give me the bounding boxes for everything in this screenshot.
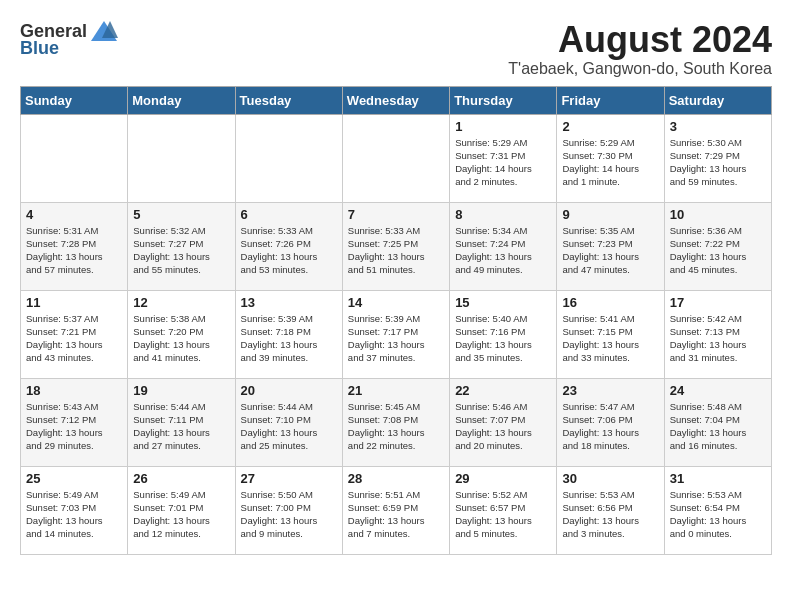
day-info-14: Sunrise: 5:39 AM Sunset: 7:17 PM Dayligh…	[348, 312, 444, 365]
logo-blue-text: Blue	[20, 38, 59, 59]
day-info-2: Sunrise: 5:29 AM Sunset: 7:30 PM Dayligh…	[562, 136, 658, 189]
calendar-week-5: 25Sunrise: 5:49 AM Sunset: 7:03 PM Dayli…	[21, 466, 772, 554]
day-info-26: Sunrise: 5:49 AM Sunset: 7:01 PM Dayligh…	[133, 488, 229, 541]
day-number-21: 21	[348, 383, 444, 398]
calendar-cell-w5-d2: 26Sunrise: 5:49 AM Sunset: 7:01 PM Dayli…	[128, 466, 235, 554]
day-info-21: Sunrise: 5:45 AM Sunset: 7:08 PM Dayligh…	[348, 400, 444, 453]
calendar-cell-w1-d2	[128, 114, 235, 202]
calendar-cell-w3-d7: 17Sunrise: 5:42 AM Sunset: 7:13 PM Dayli…	[664, 290, 771, 378]
day-number-23: 23	[562, 383, 658, 398]
calendar-cell-w3-d2: 12Sunrise: 5:38 AM Sunset: 7:20 PM Dayli…	[128, 290, 235, 378]
day-info-20: Sunrise: 5:44 AM Sunset: 7:10 PM Dayligh…	[241, 400, 337, 453]
weekday-header-row: SundayMondayTuesdayWednesdayThursdayFrid…	[21, 86, 772, 114]
calendar-cell-w5-d4: 28Sunrise: 5:51 AM Sunset: 6:59 PM Dayli…	[342, 466, 449, 554]
calendar-cell-w4-d2: 19Sunrise: 5:44 AM Sunset: 7:11 PM Dayli…	[128, 378, 235, 466]
day-info-19: Sunrise: 5:44 AM Sunset: 7:11 PM Dayligh…	[133, 400, 229, 453]
weekday-header-monday: Monday	[128, 86, 235, 114]
calendar-cell-w1-d3	[235, 114, 342, 202]
calendar-cell-w3-d3: 13Sunrise: 5:39 AM Sunset: 7:18 PM Dayli…	[235, 290, 342, 378]
calendar-cell-w2-d2: 5Sunrise: 5:32 AM Sunset: 7:27 PM Daylig…	[128, 202, 235, 290]
day-info-17: Sunrise: 5:42 AM Sunset: 7:13 PM Dayligh…	[670, 312, 766, 365]
calendar-cell-w3-d1: 11Sunrise: 5:37 AM Sunset: 7:21 PM Dayli…	[21, 290, 128, 378]
calendar-cell-w4-d4: 21Sunrise: 5:45 AM Sunset: 7:08 PM Dayli…	[342, 378, 449, 466]
calendar-cell-w1-d7: 3Sunrise: 5:30 AM Sunset: 7:29 PM Daylig…	[664, 114, 771, 202]
day-info-1: Sunrise: 5:29 AM Sunset: 7:31 PM Dayligh…	[455, 136, 551, 189]
day-number-30: 30	[562, 471, 658, 486]
calendar-cell-w1-d1	[21, 114, 128, 202]
day-info-27: Sunrise: 5:50 AM Sunset: 7:00 PM Dayligh…	[241, 488, 337, 541]
logo-icon	[90, 20, 118, 42]
day-info-30: Sunrise: 5:53 AM Sunset: 6:56 PM Dayligh…	[562, 488, 658, 541]
day-number-13: 13	[241, 295, 337, 310]
weekday-header-saturday: Saturday	[664, 86, 771, 114]
day-number-12: 12	[133, 295, 229, 310]
day-number-17: 17	[670, 295, 766, 310]
day-info-5: Sunrise: 5:32 AM Sunset: 7:27 PM Dayligh…	[133, 224, 229, 277]
weekday-header-tuesday: Tuesday	[235, 86, 342, 114]
logo: General Blue	[20, 20, 118, 59]
day-number-20: 20	[241, 383, 337, 398]
location-subtitle: T'aebaek, Gangwon-do, South Korea	[508, 60, 772, 78]
weekday-header-sunday: Sunday	[21, 86, 128, 114]
calendar-cell-w5-d3: 27Sunrise: 5:50 AM Sunset: 7:00 PM Dayli…	[235, 466, 342, 554]
calendar-cell-w4-d3: 20Sunrise: 5:44 AM Sunset: 7:10 PM Dayli…	[235, 378, 342, 466]
day-info-13: Sunrise: 5:39 AM Sunset: 7:18 PM Dayligh…	[241, 312, 337, 365]
calendar-cell-w5-d1: 25Sunrise: 5:49 AM Sunset: 7:03 PM Dayli…	[21, 466, 128, 554]
calendar-cell-w1-d6: 2Sunrise: 5:29 AM Sunset: 7:30 PM Daylig…	[557, 114, 664, 202]
day-number-8: 8	[455, 207, 551, 222]
day-info-16: Sunrise: 5:41 AM Sunset: 7:15 PM Dayligh…	[562, 312, 658, 365]
calendar-week-2: 4Sunrise: 5:31 AM Sunset: 7:28 PM Daylig…	[21, 202, 772, 290]
day-info-31: Sunrise: 5:53 AM Sunset: 6:54 PM Dayligh…	[670, 488, 766, 541]
day-info-6: Sunrise: 5:33 AM Sunset: 7:26 PM Dayligh…	[241, 224, 337, 277]
day-number-3: 3	[670, 119, 766, 134]
day-number-4: 4	[26, 207, 122, 222]
day-info-28: Sunrise: 5:51 AM Sunset: 6:59 PM Dayligh…	[348, 488, 444, 541]
calendar-header: SundayMondayTuesdayWednesdayThursdayFrid…	[21, 86, 772, 114]
day-number-7: 7	[348, 207, 444, 222]
weekday-header-thursday: Thursday	[450, 86, 557, 114]
day-number-10: 10	[670, 207, 766, 222]
day-number-22: 22	[455, 383, 551, 398]
day-number-19: 19	[133, 383, 229, 398]
day-number-11: 11	[26, 295, 122, 310]
calendar-cell-w3-d6: 16Sunrise: 5:41 AM Sunset: 7:15 PM Dayli…	[557, 290, 664, 378]
day-info-12: Sunrise: 5:38 AM Sunset: 7:20 PM Dayligh…	[133, 312, 229, 365]
day-number-18: 18	[26, 383, 122, 398]
calendar-cell-w2-d5: 8Sunrise: 5:34 AM Sunset: 7:24 PM Daylig…	[450, 202, 557, 290]
day-number-15: 15	[455, 295, 551, 310]
day-number-16: 16	[562, 295, 658, 310]
day-info-23: Sunrise: 5:47 AM Sunset: 7:06 PM Dayligh…	[562, 400, 658, 453]
day-number-24: 24	[670, 383, 766, 398]
day-number-6: 6	[241, 207, 337, 222]
day-info-10: Sunrise: 5:36 AM Sunset: 7:22 PM Dayligh…	[670, 224, 766, 277]
calendar-cell-w2-d6: 9Sunrise: 5:35 AM Sunset: 7:23 PM Daylig…	[557, 202, 664, 290]
calendar-cell-w1-d5: 1Sunrise: 5:29 AM Sunset: 7:31 PM Daylig…	[450, 114, 557, 202]
calendar-week-4: 18Sunrise: 5:43 AM Sunset: 7:12 PM Dayli…	[21, 378, 772, 466]
calendar-cell-w2-d3: 6Sunrise: 5:33 AM Sunset: 7:26 PM Daylig…	[235, 202, 342, 290]
day-number-25: 25	[26, 471, 122, 486]
day-number-29: 29	[455, 471, 551, 486]
day-number-27: 27	[241, 471, 337, 486]
day-info-3: Sunrise: 5:30 AM Sunset: 7:29 PM Dayligh…	[670, 136, 766, 189]
calendar-cell-w5-d7: 31Sunrise: 5:53 AM Sunset: 6:54 PM Dayli…	[664, 466, 771, 554]
day-info-29: Sunrise: 5:52 AM Sunset: 6:57 PM Dayligh…	[455, 488, 551, 541]
day-number-9: 9	[562, 207, 658, 222]
calendar-cell-w4-d7: 24Sunrise: 5:48 AM Sunset: 7:04 PM Dayli…	[664, 378, 771, 466]
day-number-28: 28	[348, 471, 444, 486]
calendar-cell-w4-d1: 18Sunrise: 5:43 AM Sunset: 7:12 PM Dayli…	[21, 378, 128, 466]
day-number-2: 2	[562, 119, 658, 134]
day-number-31: 31	[670, 471, 766, 486]
day-info-7: Sunrise: 5:33 AM Sunset: 7:25 PM Dayligh…	[348, 224, 444, 277]
calendar-cell-w5-d6: 30Sunrise: 5:53 AM Sunset: 6:56 PM Dayli…	[557, 466, 664, 554]
calendar-cell-w5-d5: 29Sunrise: 5:52 AM Sunset: 6:57 PM Dayli…	[450, 466, 557, 554]
weekday-header-friday: Friday	[557, 86, 664, 114]
calendar-cell-w3-d5: 15Sunrise: 5:40 AM Sunset: 7:16 PM Dayli…	[450, 290, 557, 378]
day-number-5: 5	[133, 207, 229, 222]
day-number-14: 14	[348, 295, 444, 310]
calendar-cell-w1-d4	[342, 114, 449, 202]
day-info-4: Sunrise: 5:31 AM Sunset: 7:28 PM Dayligh…	[26, 224, 122, 277]
calendar-cell-w4-d6: 23Sunrise: 5:47 AM Sunset: 7:06 PM Dayli…	[557, 378, 664, 466]
day-info-11: Sunrise: 5:37 AM Sunset: 7:21 PM Dayligh…	[26, 312, 122, 365]
calendar-title-area: August 2024 T'aebaek, Gangwon-do, South …	[508, 20, 772, 78]
day-info-22: Sunrise: 5:46 AM Sunset: 7:07 PM Dayligh…	[455, 400, 551, 453]
